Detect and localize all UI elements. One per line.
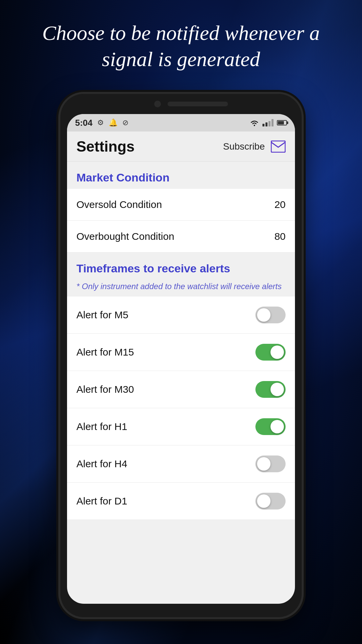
app-bar-actions: Subscribe xyxy=(223,141,286,153)
alert-h1-row: Alert for H1 xyxy=(67,408,295,445)
alert-m30-label: Alert for M30 xyxy=(76,384,134,395)
alert-m15-toggle[interactable] xyxy=(255,344,286,361)
camera xyxy=(154,101,161,107)
mail-icon[interactable] xyxy=(271,141,286,153)
signal-bars xyxy=(262,119,274,126)
alert-h4-row: Alert for H4 xyxy=(67,445,295,483)
overbought-row[interactable]: Overbought Condition 80 xyxy=(67,221,295,253)
svg-rect-1 xyxy=(271,141,285,152)
alert-m5-label: Alert for M5 xyxy=(76,309,128,321)
timeframes-note: * Only instrument added to the watchlist… xyxy=(67,280,295,297)
alert-m30-row: Alert for M30 xyxy=(67,371,295,408)
alert-m15-label: Alert for M15 xyxy=(76,346,134,358)
section-market-condition: Market Condition Oversold Condition 20 O… xyxy=(67,162,295,253)
alert-h4-label: Alert for H4 xyxy=(76,458,127,470)
status-bar: 5:04 ⚙ 🔔 ⊘ xyxy=(67,114,295,131)
notch-area xyxy=(60,94,302,114)
alert-d1-label: Alert for D1 xyxy=(76,495,127,507)
alert-m5-row: Alert for M5 xyxy=(67,297,295,334)
section-timeframes: Timeframes to receive alerts * Only inst… xyxy=(67,253,295,520)
bell-icon: 🔔 xyxy=(109,118,118,127)
alert-h1-label: Alert for H1 xyxy=(76,421,127,432)
no-disturb-icon: ⊘ xyxy=(122,118,128,127)
status-left: 5:04 ⚙ 🔔 ⊘ xyxy=(75,118,128,128)
alert-m15-row: Alert for M15 xyxy=(67,334,295,371)
settings-content: Market Condition Oversold Condition 20 O… xyxy=(67,162,295,604)
gear-icon: ⚙ xyxy=(97,118,104,127)
alert-d1-row: Alert for D1 xyxy=(67,483,295,520)
overbought-value: 80 xyxy=(275,231,286,242)
page-title: Settings xyxy=(76,138,135,155)
battery-icon xyxy=(277,120,287,125)
phone-frame: 5:04 ⚙ 🔔 ⊘ xyxy=(60,94,302,617)
market-condition-header: Market Condition xyxy=(67,162,295,189)
svg-point-0 xyxy=(254,125,255,126)
overbought-label: Overbought Condition xyxy=(76,231,174,242)
tagline: Choose to be notified whenever a signal … xyxy=(0,20,362,72)
alert-m5-toggle[interactable] xyxy=(255,307,286,323)
oversold-value: 20 xyxy=(275,199,286,210)
speaker xyxy=(168,102,228,106)
oversold-row[interactable]: Oversold Condition 20 xyxy=(67,189,295,221)
alert-m30-toggle[interactable] xyxy=(255,381,286,398)
timeframes-header: Timeframes to receive alerts xyxy=(67,253,295,280)
alert-d1-toggle[interactable] xyxy=(255,493,286,509)
alert-h1-toggle[interactable] xyxy=(255,418,286,435)
subscribe-label[interactable]: Subscribe xyxy=(223,141,265,152)
alert-h4-toggle[interactable] xyxy=(255,455,286,472)
status-right xyxy=(250,119,287,126)
wifi-icon xyxy=(250,119,259,126)
oversold-label: Oversold Condition xyxy=(76,199,162,210)
screen: 5:04 ⚙ 🔔 ⊘ xyxy=(67,114,295,604)
status-time: 5:04 xyxy=(75,118,93,128)
app-bar: Settings Subscribe xyxy=(67,131,295,162)
